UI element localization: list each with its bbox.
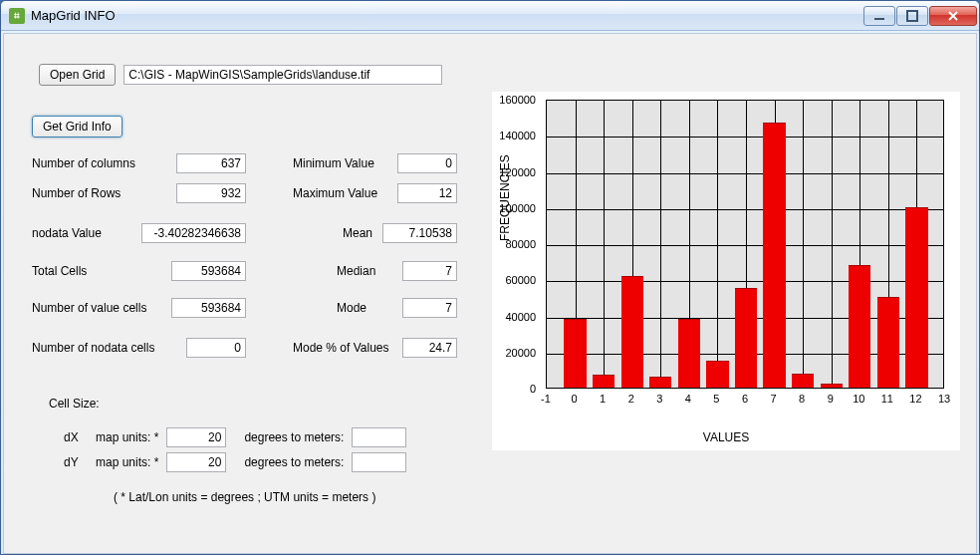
app-icon: ⌗ [9, 8, 25, 24]
label-mode-pct: Mode % of Values [293, 341, 389, 355]
label-min: Minimum Value [293, 156, 374, 170]
max-field[interactable] [397, 183, 457, 203]
label-median: Median [337, 264, 375, 278]
x-tick-label: -1 [541, 393, 551, 405]
footnote: ( * Lat/Lon units = degrees ; UTM units … [114, 490, 375, 504]
label-total-cells: Total Cells [32, 264, 87, 278]
label-dy: dY [64, 455, 88, 469]
histogram-bar [821, 384, 843, 388]
close-button[interactable] [929, 6, 977, 26]
maximize-button[interactable] [896, 6, 928, 26]
label-num-rows: Number of Rows [32, 186, 121, 200]
num-rows-field[interactable] [176, 183, 246, 203]
histogram-bar [621, 276, 643, 388]
x-tick-label: 5 [713, 393, 719, 405]
y-tick-label: 40000 [505, 311, 536, 323]
histogram-bar [564, 319, 586, 388]
histogram-bar [877, 297, 899, 388]
nodata-field[interactable] [141, 223, 246, 243]
client-area: Open Grid Get Grid Info Number of column… [3, 33, 977, 554]
x-tick-label: 12 [909, 393, 921, 405]
window-title: MapGrid INFO [31, 8, 116, 23]
value-cells-field[interactable] [171, 298, 246, 318]
histogram-bar [706, 361, 728, 388]
x-tick-label: 3 [656, 393, 662, 405]
histogram-bar [763, 123, 785, 388]
x-tick-label: 10 [853, 393, 864, 405]
label-map-units-y: map units: * [96, 455, 158, 469]
grid-path-input[interactable] [123, 65, 442, 85]
num-cols-field[interactable] [176, 153, 246, 173]
x-tick-label: 8 [799, 393, 805, 405]
y-tick-label: 60000 [505, 274, 536, 286]
histogram-bar [849, 265, 870, 388]
chart-plot-area [546, 100, 944, 389]
histogram-bar [905, 207, 927, 388]
chart-y-ticks: 0200004000060000800001000001200001400001… [492, 100, 542, 389]
x-tick-label: 4 [685, 393, 691, 405]
app-window: ⌗ MapGrid INFO Open Grid Get Grid Info N… [0, 0, 980, 555]
label-cell-size: Cell Size: [49, 397, 100, 411]
mean-field[interactable] [382, 223, 457, 243]
x-tick-label: 6 [742, 393, 748, 405]
histogram-bar [593, 375, 614, 388]
y-tick-label: 100000 [499, 202, 536, 214]
dy-field[interactable] [166, 452, 226, 472]
get-grid-info-button[interactable]: Get Grid Info [32, 116, 122, 138]
histogram-bar [735, 288, 757, 388]
chart-x-ticks: -1012345678910111213 [546, 393, 944, 409]
x-tick-label: 11 [881, 393, 893, 405]
label-nodata: nodata Value [32, 226, 102, 240]
y-tick-label: 80000 [505, 238, 536, 250]
x-tick-label: 7 [771, 393, 777, 405]
median-field[interactable] [402, 261, 457, 281]
minimize-button[interactable] [863, 6, 895, 26]
x-tick-label: 13 [938, 393, 950, 405]
chart-xlabel: VALUES [492, 430, 960, 444]
total-cells-field[interactable] [171, 261, 246, 281]
deg-to-m-x-field[interactable] [352, 427, 406, 447]
y-tick-label: 20000 [505, 347, 536, 359]
y-tick-label: 160000 [499, 94, 536, 106]
mode-pct-field[interactable] [402, 338, 457, 358]
y-tick-label: 120000 [499, 166, 536, 178]
x-tick-label: 0 [572, 393, 578, 405]
label-mean: Mean [343, 226, 372, 240]
label-mode: Mode [337, 301, 367, 315]
open-grid-button[interactable]: Open Grid [39, 64, 116, 86]
y-tick-label: 140000 [499, 130, 536, 141]
histogram-chart: FREQUENCIES 0200004000060000800001000001… [492, 92, 960, 450]
label-deg-to-m-x: degrees to meters: [244, 430, 344, 444]
svg-rect-0 [874, 18, 884, 20]
svg-rect-1 [907, 11, 917, 21]
x-tick-label: 2 [628, 393, 634, 405]
histogram-bar [792, 374, 814, 389]
histogram-bar [649, 377, 671, 388]
mode-field[interactable] [402, 298, 457, 318]
label-value-cells: Number of value cells [32, 301, 146, 315]
label-max: Maximum Value [293, 186, 377, 200]
x-tick-label: 9 [828, 393, 834, 405]
label-map-units-x: map units: * [96, 430, 158, 444]
label-dx: dX [64, 430, 88, 444]
label-nodata-cells: Number of nodata cells [32, 341, 154, 355]
window-controls [862, 6, 977, 26]
y-tick-label: 0 [530, 383, 536, 395]
x-tick-label: 1 [600, 393, 606, 405]
label-deg-to-m-y: degrees to meters: [244, 455, 344, 469]
dx-field[interactable] [166, 427, 226, 447]
min-field[interactable] [397, 153, 457, 173]
histogram-bar [678, 319, 700, 388]
label-num-cols: Number of columns [32, 156, 135, 170]
deg-to-m-y-field[interactable] [352, 452, 406, 472]
nodata-cells-field[interactable] [186, 338, 246, 358]
titlebar[interactable]: ⌗ MapGrid INFO [1, 1, 979, 31]
